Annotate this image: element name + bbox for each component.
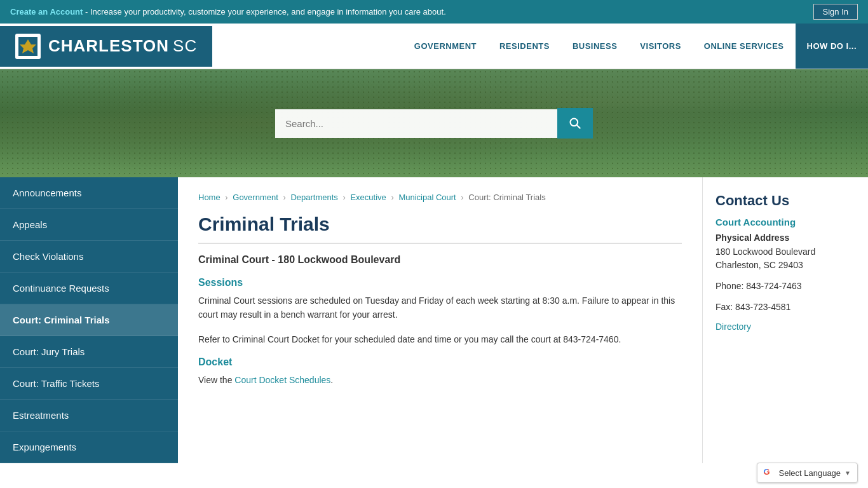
- main-nav: GOVERNMENT RESIDENTS BUSINESS VISITORS O…: [212, 24, 868, 69]
- breadcrumb-executive[interactable]: Executive: [350, 193, 386, 202]
- sessions-text-1: Criminal Court sessions are scheduled on…: [198, 294, 682, 322]
- google-g-icon: G: [764, 467, 775, 478]
- footer-bar: G Select Language ▼: [747, 458, 869, 488]
- breadcrumb-government[interactable]: Government: [233, 193, 278, 202]
- breadcrumb-sep-1: ›: [225, 193, 227, 202]
- sessions-heading: Sessions: [198, 277, 682, 288]
- sidebar-item-announcements[interactable]: Announcements: [0, 177, 178, 209]
- sidebar-item-court-traffic-tickets[interactable]: Court: Traffic Tickets: [0, 368, 178, 400]
- nav-visitors[interactable]: VISITORS: [628, 24, 692, 69]
- sidebar-item-check-violations[interactable]: Check Violations: [0, 241, 178, 273]
- logo-icon: [15, 34, 41, 59]
- create-account-link[interactable]: Create an Account: [10, 7, 83, 17]
- nav-business[interactable]: BUSINESS: [561, 24, 628, 69]
- breadcrumb-departments[interactable]: Departments: [290, 193, 337, 202]
- breadcrumb-sep-3: ›: [342, 193, 345, 202]
- search-input[interactable]: [275, 109, 557, 138]
- docket-text-prefix: View the: [198, 375, 234, 385]
- hero-banner: [0, 69, 868, 177]
- nav-residents[interactable]: RESIDENTS: [488, 24, 561, 69]
- contact-address-label: Physical Address: [715, 233, 855, 243]
- logo-sc: SC: [173, 36, 197, 56]
- sidebar-item-expungements[interactable]: Expungements: [0, 431, 178, 463]
- nav-online-services[interactable]: ONLINE SERVICES: [693, 24, 796, 69]
- contact-subtitle: Court Accounting: [715, 217, 855, 227]
- sidebar-item-appeals[interactable]: Appeals: [0, 209, 178, 241]
- breadcrumb-home[interactable]: Home: [198, 193, 220, 202]
- directory-link[interactable]: Directory: [715, 322, 751, 332]
- docket-text-suffix: .: [330, 375, 333, 385]
- sidebar-item-continuance-requests[interactable]: Continuance Requests: [0, 273, 178, 304]
- sidebar-item-court-jury-trials[interactable]: Court: Jury Trials: [0, 336, 178, 368]
- translate-dropdown-arrow: ▼: [844, 470, 851, 477]
- google-translate-widget[interactable]: G Select Language ▼: [757, 463, 858, 483]
- contact-address: 180 Lockwood Boulevard Charleston, SC 29…: [715, 245, 855, 272]
- sidebar-item-estreatments[interactable]: Estreatments: [0, 400, 178, 431]
- top-bar-message: Create an Account - Increase your produc…: [10, 7, 446, 17]
- breadcrumb-current: Court: Criminal Trials: [468, 193, 545, 202]
- breadcrumb-sep-2: ›: [283, 193, 285, 202]
- logo-text: CHARLESTON: [48, 36, 169, 56]
- contact-address-line1: 180 Lockwood Boulevard: [715, 247, 815, 257]
- breadcrumb-municipal-court[interactable]: Municipal Court: [398, 193, 456, 202]
- logo-area: CHARLESTONSC: [0, 26, 212, 67]
- breadcrumb: Home › Government › Departments › Execut…: [198, 193, 682, 202]
- svg-point-2: [571, 119, 578, 126]
- sessions-text-2: Refer to Criminal Court Docket for your …: [198, 332, 682, 346]
- main-layout: Announcements Appeals Check Violations C…: [0, 177, 868, 463]
- header: CHARLESTONSC GOVERNMENT RESIDENTS BUSINE…: [0, 24, 868, 69]
- svg-line-3: [577, 125, 580, 128]
- page-title: Criminal Trials: [198, 214, 682, 244]
- breadcrumb-sep-4: ›: [391, 193, 393, 202]
- search-icon: [569, 117, 581, 130]
- docket-text: View the Court Docket Schedules.: [198, 373, 682, 387]
- docket-schedules-link[interactable]: Court Docket Schedules: [234, 375, 330, 385]
- contact-panel: Contact Us Court Accounting Physical Add…: [703, 177, 868, 463]
- top-bar: Create an Account - Increase your produc…: [0, 0, 868, 24]
- sign-in-button[interactable]: Sign In: [813, 4, 858, 20]
- translate-label: Select Language: [779, 468, 841, 478]
- contact-phone: Phone: 843-724-7463: [715, 280, 855, 293]
- nav-government[interactable]: GOVERNMENT: [403, 24, 488, 69]
- sidebar-item-court-criminal-trials[interactable]: Court: Criminal Trials: [0, 304, 178, 336]
- breadcrumb-sep-5: ›: [461, 193, 463, 202]
- nav-how-do-i[interactable]: HOW DO I...: [796, 24, 868, 69]
- court-address: Criminal Court - 180 Lockwood Boulevard: [198, 254, 682, 266]
- search-container: [275, 108, 593, 139]
- contact-address-line2: Charleston, SC 29403: [715, 260, 803, 270]
- sidebar: Announcements Appeals Check Violations C…: [0, 177, 178, 463]
- search-button[interactable]: [557, 108, 593, 139]
- contact-fax: Fax: 843-723-4581: [715, 301, 855, 314]
- contact-title: Contact Us: [715, 193, 855, 209]
- content-area: Home › Government › Departments › Execut…: [178, 177, 703, 463]
- docket-heading: Docket: [198, 356, 682, 368]
